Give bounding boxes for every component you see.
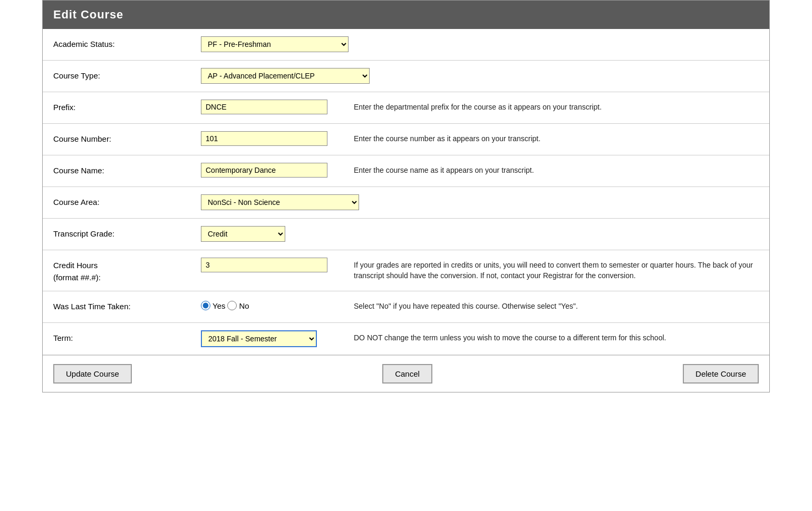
was-last-time-taken-help: Select "No" if you have repeated this co… [354, 299, 759, 312]
term-select[interactable]: 2018 Fall - Semester 2018 Spring - Semes… [201, 330, 317, 347]
prefix-label: Prefix: [53, 100, 201, 112]
credit-hours-row: Credit Hours (format ##.#): If your grad… [43, 250, 769, 291]
course-number-input-wrapper [201, 131, 338, 146]
page-title: Edit Course [53, 8, 123, 21]
transcript-grade-select[interactable]: Credit A B C D F Pass Fail [201, 226, 285, 242]
no-radio[interactable] [227, 301, 237, 310]
term-row: Term: 2018 Fall - Semester 2018 Spring -… [43, 323, 769, 355]
course-name-input[interactable] [201, 163, 327, 178]
course-number-help: Enter the course number as it appears on… [354, 131, 759, 144]
transcript-grade-label: Transcript Grade: [53, 226, 201, 238]
course-name-input-wrapper [201, 163, 338, 178]
course-area-input-wrapper: NonSci - Non Science Sci - Science Math … [201, 194, 359, 210]
course-number-label: Course Number: [53, 131, 201, 143]
prefix-help: Enter the departmental prefix for the co… [354, 100, 759, 113]
was-last-time-taken-label: Was Last Time Taken: [53, 299, 201, 311]
academic-status-select[interactable]: PF - Pre-Freshman FR - Freshman SO - Sop… [201, 36, 349, 52]
term-input-wrapper: 2018 Fall - Semester 2018 Spring - Semes… [201, 330, 338, 347]
prefix-input-wrapper [201, 100, 338, 114]
no-radio-label[interactable]: No [239, 301, 249, 310]
course-area-label: Course Area: [53, 194, 201, 207]
academic-status-row: Academic Status: PF - Pre-Freshman FR - … [43, 29, 769, 61]
course-type-select[interactable]: AP - Advanced Placement/CLEP TR - Transf… [201, 68, 370, 84]
course-area-row: Course Area: NonSci - Non Science Sci - … [43, 187, 769, 219]
page-header: Edit Course [43, 1, 769, 29]
transcript-grade-row: Transcript Grade: Credit A B C D F Pass … [43, 219, 769, 250]
yes-radio-label[interactable]: Yes [212, 301, 225, 310]
course-area-select[interactable]: NonSci - Non Science Sci - Science Math … [201, 194, 359, 210]
course-type-label: Course Type: [53, 68, 201, 80]
credit-hours-label: Credit Hours (format ##.#): [53, 258, 201, 283]
academic-status-label: Academic Status: [53, 36, 201, 48]
update-course-button[interactable]: Update Course [53, 364, 132, 384]
course-type-row: Course Type: AP - Advanced Placement/CLE… [43, 61, 769, 92]
yes-radio[interactable] [201, 301, 210, 310]
course-type-input-wrapper: AP - Advanced Placement/CLEP TR - Transf… [201, 68, 370, 84]
was-last-time-taken-input-wrapper: Yes No [201, 299, 338, 310]
credit-hours-input-wrapper [201, 258, 338, 272]
term-help: DO NOT change the term unless you wish t… [354, 330, 759, 343]
course-number-row: Course Number: Enter the course number a… [43, 124, 769, 155]
prefix-row: Prefix: Enter the departmental prefix fo… [43, 92, 769, 124]
course-number-input[interactable] [201, 131, 327, 146]
was-last-time-taken-row: Was Last Time Taken: Yes No Select "No" … [43, 291, 769, 323]
edit-course-form: Academic Status: PF - Pre-Freshman FR - … [43, 29, 769, 355]
cancel-button[interactable]: Cancel [382, 364, 432, 384]
buttons-row: Update Course Cancel Delete Course [43, 355, 769, 392]
term-label: Term: [53, 330, 201, 342]
credit-hours-help: If your grades are reported in credits o… [354, 258, 759, 281]
transcript-grade-input-wrapper: Credit A B C D F Pass Fail [201, 226, 338, 242]
course-name-row: Course Name: Enter the course name as it… [43, 155, 769, 187]
academic-status-input-wrapper: PF - Pre-Freshman FR - Freshman SO - Sop… [201, 36, 349, 52]
delete-course-button[interactable]: Delete Course [683, 364, 759, 384]
credit-hours-input[interactable] [201, 258, 327, 272]
course-name-help: Enter the course name as it appears on y… [354, 163, 759, 176]
prefix-input[interactable] [201, 100, 327, 114]
course-name-label: Course Name: [53, 163, 201, 175]
